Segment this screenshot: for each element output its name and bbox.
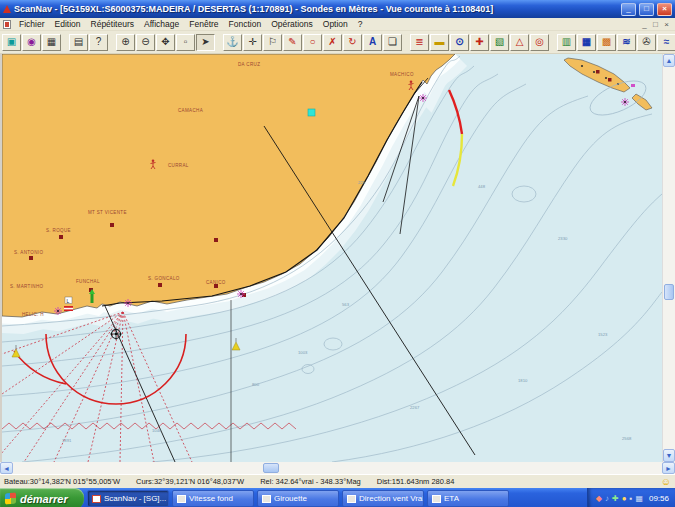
task-button[interactable]: Girouette — [257, 490, 339, 507]
task-button[interactable]: ETA — [427, 490, 509, 507]
task-button-label: Girouette — [274, 494, 307, 503]
chart-canvas[interactable]: L DA CRUZCAMACHACURRALMT ST VIC — [0, 54, 662, 462]
help-button[interactable]: ? — [89, 34, 108, 51]
depth-sounding: 2267 — [410, 405, 420, 410]
window-icon — [262, 495, 271, 503]
delete-object-button[interactable]: ✗ — [323, 34, 342, 51]
task-button[interactable]: ScanNav - [SG]... — [87, 490, 169, 507]
horizontal-scroll-track[interactable] — [13, 462, 662, 474]
menu-item[interactable]: Fenêtre — [184, 19, 223, 29]
vertical-scroll-thumb[interactable] — [664, 284, 674, 300]
window-icon — [177, 495, 186, 503]
menu-item[interactable]: Affichage — [139, 19, 184, 29]
chart-colors-button[interactable]: ▩ — [597, 34, 616, 51]
scroll-down-icon[interactable]: ▼ — [663, 449, 675, 462]
text-tool-button[interactable]: A — [363, 34, 382, 51]
taskbar: démarrer ScanNav - [SG]... Vitesse fond … — [0, 488, 675, 507]
mdi-close-button[interactable]: × — [661, 20, 672, 29]
start-label: démarrer — [20, 493, 68, 505]
save-button[interactable]: ▦ — [42, 34, 61, 51]
man-overboard-button[interactable]: ◎ — [530, 34, 549, 51]
tray-icon-2[interactable]: ♪ — [605, 495, 609, 503]
label-canico: CANICO — [206, 280, 226, 285]
ruler-button[interactable]: ▬ — [430, 34, 449, 51]
close-button[interactable]: × — [657, 3, 672, 16]
circle-tool-button[interactable]: ○ — [303, 34, 322, 51]
anchor-button[interactable]: ⚓ — [223, 34, 242, 51]
tide-graph-button[interactable]: ▥ — [557, 34, 576, 51]
task-buttons: ScanNav - [SG]... Vitesse fond Girouette… — [84, 489, 587, 507]
pointer-mode-button[interactable]: ➤ — [196, 34, 215, 51]
alarm-smiley-icon[interactable]: ☺ — [661, 477, 671, 487]
tray-icon-4[interactable]: ● — [622, 495, 627, 503]
lighthouse-icon — [124, 299, 132, 307]
route-plan-button[interactable]: ≣ — [410, 34, 429, 51]
app-boat-icon — [3, 5, 11, 13]
restore-button[interactable]: □ — [639, 3, 654, 16]
task-button-label: ETA — [444, 494, 459, 503]
grid-button[interactable]: ▦ — [577, 34, 596, 51]
task-button-label: Direction vent Vrai — [359, 494, 424, 503]
tray-icon-3[interactable]: ✚ — [612, 495, 619, 503]
vertical-scroll-track[interactable] — [663, 67, 675, 449]
rotate-tool-button[interactable]: ↻ — [343, 34, 362, 51]
svg-text:L: L — [67, 298, 70, 304]
vertical-scrollbar[interactable]: ▲ ▼ — [662, 54, 675, 462]
scroll-up-icon[interactable]: ▲ — [663, 54, 675, 67]
horizontal-scroll-thumb[interactable] — [263, 463, 279, 473]
mdi-document-icon[interactable] — [3, 20, 11, 29]
nav-chart-button[interactable]: ▧ — [490, 34, 509, 51]
cursor-position: Curs:32°39,121'N 016°48,037'W — [136, 477, 244, 486]
task-button[interactable]: Vitesse fond — [172, 490, 254, 507]
menu-item[interactable]: Fichier — [14, 19, 50, 29]
tray-icon-5[interactable]: ▪ — [630, 495, 633, 503]
center-boat-button[interactable]: ⊙ — [450, 34, 469, 51]
waypoint-tent-button[interactable]: △ — [510, 34, 529, 51]
menu-item[interactable]: Répétiteurs — [86, 19, 139, 29]
menu-item[interactable]: Opérations — [266, 19, 318, 29]
depth-sounding: 2330 — [558, 236, 568, 241]
zoom-out-button[interactable]: ⊖ — [136, 34, 155, 51]
menu-item[interactable]: Fonction — [224, 19, 267, 29]
lock-button[interactable]: ◉ — [22, 34, 41, 51]
minimize-button[interactable]: _ — [621, 3, 636, 16]
open-button[interactable]: ▣ — [2, 34, 21, 51]
menu-item[interactable]: Option — [318, 19, 353, 29]
horizontal-scrollbar[interactable]: ◄ ► — [0, 462, 675, 474]
tools-button[interactable]: ✇ — [637, 34, 656, 51]
scannav-window: ScanNav - [5G159XL:S6000375:MADEIRA / DE… — [0, 0, 675, 507]
depth-sounding: 2568 — [622, 436, 632, 441]
pan-button[interactable]: ✥ — [156, 34, 175, 51]
tray-icon-6[interactable]: ▦ — [635, 495, 643, 503]
start-button[interactable]: démarrer — [0, 488, 84, 507]
nautical-chart[interactable]: L DA CRUZCAMACHACURRALMT ST VIC — [2, 54, 662, 462]
menu-item[interactable]: ? — [353, 19, 368, 29]
scroll-left-icon[interactable]: ◄ — [0, 462, 13, 474]
lighthouse-icon — [54, 307, 62, 315]
label-da-cruz: DA CRUZ — [238, 62, 260, 67]
mdi-minimize-button[interactable]: _ — [639, 20, 650, 29]
waypoint-button[interactable]: ⚐ — [263, 34, 282, 51]
menu-item[interactable]: Edition — [50, 19, 86, 29]
window-icon — [92, 495, 101, 503]
label-s-roque: S. ROQUE — [46, 228, 71, 233]
toolbar-separator — [550, 34, 556, 51]
annotation-button[interactable]: ✎ — [283, 34, 302, 51]
print-button[interactable]: ▤ — [69, 34, 88, 51]
mdi-restore-button[interactable]: □ — [650, 20, 661, 29]
cyan-mark — [308, 109, 315, 116]
lighthouse-icon — [621, 98, 629, 106]
task-button[interactable]: Direction vent Vrai — [342, 490, 424, 507]
depth-sounding: 563 — [342, 302, 350, 307]
move-view-button[interactable]: ✛ — [243, 34, 262, 51]
zoom-in-button[interactable]: ⊕ — [116, 34, 135, 51]
compass-rose-button[interactable]: ✚ — [470, 34, 489, 51]
layers-button[interactable]: ❏ — [383, 34, 402, 51]
scroll-right-icon[interactable]: ► — [662, 462, 675, 474]
lighthouse-icon — [419, 94, 427, 102]
current-button[interactable]: ≈ — [657, 34, 675, 51]
depth-matrix-button[interactable]: ≋ — [617, 34, 636, 51]
tray-icon-1[interactable]: ◆ — [596, 495, 602, 503]
chart-row: L DA CRUZCAMACHACURRALMT ST VIC — [0, 54, 675, 462]
select-area-button[interactable]: ▫ — [176, 34, 195, 51]
